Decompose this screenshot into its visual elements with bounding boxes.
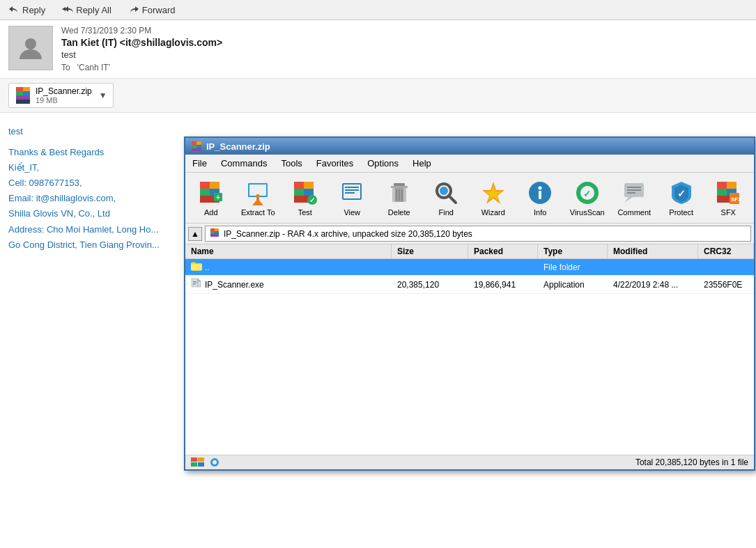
email-header: Wed 7/31/2019 2:30 PM Tan Kiet (IT) <it@… (0, 20, 756, 79)
info-icon (526, 179, 554, 207)
reply-icon (8, 4, 20, 15)
menu-commands[interactable]: Commands (214, 156, 274, 171)
to-value: 'Canh IT' (77, 63, 110, 72)
email-toolbar: Reply Reply All Forward (0, 0, 756, 20)
col-packed[interactable]: Packed (468, 244, 538, 258)
col-size[interactable]: Size (392, 244, 468, 258)
tool-test[interactable]: ✓ Test (282, 175, 328, 220)
zip-icon (15, 87, 31, 104)
path-display: IP_Scanner.zip - RAR 4.x archive, unpack… (205, 226, 751, 242)
tool-info[interactable]: Info (518, 175, 564, 220)
reply-all-icon (62, 4, 73, 15)
svg-rect-3 (16, 91, 23, 95)
svg-rect-72 (210, 234, 219, 237)
svg-text:+: + (216, 194, 220, 201)
tool-virusscan[interactable]: ✓ VirusScan (564, 175, 610, 220)
comment-icon (620, 179, 648, 207)
extract-icon (244, 179, 272, 207)
statusbar-zip-icon (191, 457, 205, 467)
add-icon: + (197, 179, 225, 207)
col-modified[interactable]: Modified (608, 244, 698, 258)
table-row[interactable]: IP_Scanner.exe 20,385,120 19,866,941 App… (185, 276, 754, 294)
menu-options[interactable]: Options (360, 156, 406, 171)
svg-rect-70 (210, 231, 215, 234)
menu-tools[interactable]: Tools (274, 156, 309, 171)
delete-label: Delete (388, 208, 410, 217)
table-row[interactable]: .. File folder (185, 259, 754, 276)
svg-rect-58 (627, 189, 641, 191)
tool-sfx[interactable]: SFX SFX (706, 175, 752, 220)
svg-rect-61 (717, 182, 727, 189)
file-crc32 (698, 265, 754, 269)
svg-rect-81 (191, 462, 197, 467)
winrar-title-icon (191, 141, 202, 152)
menu-favorites[interactable]: Favorites (309, 156, 360, 171)
svg-rect-5 (16, 95, 30, 100)
tool-comment[interactable]: Comment (612, 175, 658, 220)
col-name[interactable]: Name (185, 244, 392, 258)
file-packed: 19,866,941 (468, 278, 538, 292)
col-crc32[interactable]: CRC32 (698, 244, 754, 258)
tool-wizard[interactable]: Wizard (470, 175, 516, 220)
protect-label: Protect (669, 208, 693, 217)
reply-button[interactable]: Reply (6, 3, 48, 17)
winrar-statusbar: Total 20,385,120 bytes in 1 file (185, 455, 754, 469)
svg-point-43 (440, 187, 448, 195)
svg-rect-9 (192, 145, 196, 148)
add-label: Add (204, 208, 218, 217)
file-size: 20,385,120 (392, 278, 468, 292)
tool-delete[interactable]: Delete (376, 175, 422, 220)
tool-add[interactable]: + Add (188, 175, 234, 220)
file-modified (608, 265, 698, 269)
menu-help[interactable]: Help (406, 156, 438, 171)
svg-rect-33 (345, 189, 359, 191)
file-modified: 4/22/2019 2:48 ... (608, 278, 698, 292)
svg-rect-68 (210, 228, 215, 231)
svg-rect-71 (215, 231, 219, 234)
winrar-titlebar: IP_Scanner.zip (185, 138, 754, 155)
file-size (392, 265, 468, 269)
svg-rect-69 (215, 228, 219, 231)
svg-rect-12 (200, 182, 210, 189)
winrar-filelist: Name Size Packed Type Modified CRC32 .. (185, 244, 754, 455)
svg-rect-14 (200, 189, 210, 196)
svg-rect-8 (196, 141, 201, 145)
back-button[interactable]: ▲ (188, 227, 202, 241)
svg-rect-2 (23, 87, 30, 91)
svg-point-0 (25, 38, 36, 49)
email-from: Tan Kiet (IT) <it@shillaglovis.com> (61, 37, 748, 48)
email-to: To 'Canh IT' (61, 63, 748, 72)
email-client: Reply Reply All Forward Wed 7/31/2019 2:… (0, 0, 756, 548)
svg-rect-77 (193, 283, 196, 283)
svg-rect-57 (627, 187, 641, 188)
statusbar-text: Total 20,385,120 bytes in 1 file (635, 457, 748, 467)
reply-all-button[interactable]: Reply All (59, 3, 114, 17)
tool-find[interactable]: Find (424, 175, 470, 220)
svg-rect-49 (539, 191, 541, 199)
svg-rect-13 (210, 182, 219, 189)
statusbar-icon2 (208, 457, 222, 467)
attachment-dropdown-icon[interactable]: ▼ (99, 91, 107, 100)
forward-button[interactable]: Forward (125, 3, 178, 17)
find-label: Find (439, 208, 454, 217)
svg-rect-75 (198, 281, 201, 287)
file-type: File folder (538, 260, 608, 274)
delete-icon (385, 179, 413, 207)
tool-protect[interactable]: ✓ Protect (658, 175, 704, 220)
email-metadata: Wed 7/31/2019 2:30 PM Tan Kiet (IT) <it@… (61, 26, 748, 72)
view-icon (338, 179, 366, 207)
col-type[interactable]: Type (538, 244, 608, 258)
svg-text:✓: ✓ (583, 189, 591, 199)
svg-rect-26 (304, 189, 314, 196)
tool-view[interactable]: View (330, 175, 376, 220)
forward-icon (128, 4, 139, 15)
folder-icon (191, 261, 202, 273)
svg-marker-74 (198, 279, 201, 281)
path-text: IP_Scanner.zip - RAR 4.x archive, unpack… (224, 229, 472, 239)
svg-rect-76 (193, 281, 196, 282)
tool-extract[interactable]: Extract To (236, 175, 281, 220)
menu-file[interactable]: File (185, 156, 214, 171)
attachment-item[interactable]: IP_Scanner.zip 19 MB ▼ (8, 83, 114, 108)
svg-point-84 (213, 460, 217, 464)
sender-avatar (8, 26, 53, 70)
